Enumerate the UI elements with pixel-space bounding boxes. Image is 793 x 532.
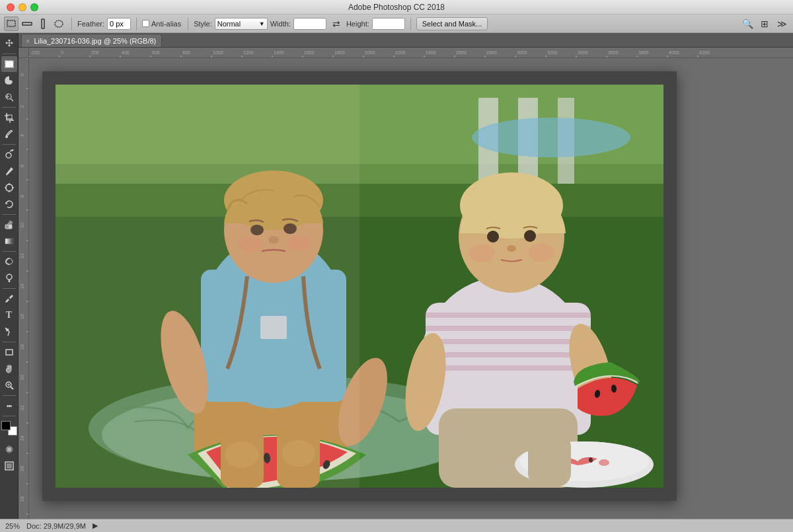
toolbar: Feather: Anti-alias Style: Normal ▼ Widt… — [0, 15, 793, 33]
window-title: Adobe Photoshop CC 2018 — [348, 3, 445, 12]
select-mask-button[interactable]: Select and Mask... — [416, 17, 488, 30]
svg-line-26 — [11, 387, 13, 389]
more-tools[interactable]: ••• — [1, 398, 17, 414]
svg-text:2600: 2600 — [456, 50, 467, 55]
tab-bar: × Lilia_230716-036.jpg @ 25% (RGB/8) — [19, 33, 793, 48]
row-select-btn[interactable] — [20, 17, 34, 31]
svg-text:14: 14 — [20, 284, 24, 289]
height-input[interactable] — [372, 18, 405, 30]
svg-text:3400: 3400 — [578, 50, 588, 55]
ruler-corner — [19, 48, 29, 58]
style-dropdown[interactable]: Normal ▼ — [215, 18, 268, 30]
status-bar: 25% Doc: 29,9M/29,9M ▶ — [0, 519, 793, 532]
svg-text:2000: 2000 — [365, 50, 375, 55]
svg-text:200: 200 — [91, 50, 99, 55]
document-tab[interactable]: × Lilia_230716-036.jpg @ 25% (RGB/8) — [21, 34, 162, 47]
search-btn[interactable]: 🔍 — [740, 17, 755, 31]
svg-text:1000: 1000 — [213, 50, 223, 55]
svg-rect-24 — [6, 350, 13, 355]
color-swatches[interactable] — [1, 421, 17, 436]
anti-alias-label: Anti-alias — [151, 20, 181, 28]
col-select-btn[interactable] — [36, 17, 50, 31]
svg-text:400: 400 — [122, 50, 130, 55]
svg-point-3 — [55, 20, 63, 27]
rect-marquee-btn[interactable] — [4, 17, 19, 31]
toolbox-sep-6 — [3, 288, 16, 289]
minimize-button[interactable] — [19, 3, 26, 11]
marquee-tool[interactable] — [1, 56, 17, 72]
toolbar-separator-4 — [410, 17, 411, 30]
zoom-level: 25% — [5, 522, 20, 530]
svg-rect-2 — [42, 19, 44, 28]
toolbar-separator-1 — [71, 17, 72, 30]
quick-select-tool[interactable] — [1, 89, 17, 105]
lasso-tool[interactable] — [1, 73, 17, 89]
status-arrow-icon[interactable]: ▶ — [93, 521, 98, 530]
svg-text:12: 12 — [20, 253, 24, 258]
svg-line-6 — [11, 98, 13, 101]
dodge-tool[interactable] — [1, 270, 17, 286]
svg-text:3800: 3800 — [638, 50, 649, 55]
svg-text:8: 8 — [20, 195, 24, 198]
content-row: 0 2 4 6 8 10 12 — [19, 58, 793, 519]
path-select-tool[interactable] — [1, 324, 17, 340]
height-section: Height: — [346, 18, 405, 30]
svg-rect-30 — [7, 447, 11, 451]
toolbar-separator-3 — [188, 17, 188, 30]
svg-point-22 — [8, 298, 10, 300]
toolbox-sep-7 — [3, 342, 16, 342]
svg-text:24: 24 — [20, 436, 24, 441]
width-input[interactable] — [293, 18, 326, 30]
hand-tool[interactable] — [1, 361, 17, 377]
foreground-color-swatch[interactable] — [1, 421, 11, 430]
swap-dimensions-btn[interactable]: ⇄ — [329, 17, 344, 31]
photo-canvas — [56, 85, 663, 488]
svg-rect-0 — [7, 20, 15, 26]
svg-text:3600: 3600 — [608, 50, 619, 55]
gradient-tool[interactable] — [1, 233, 17, 249]
anti-alias-checkbox[interactable] — [142, 20, 149, 27]
doc-info-label: Doc: 29,9M/29,9M — [26, 522, 86, 530]
pen-tool[interactable] — [1, 291, 17, 307]
eraser-tool[interactable] — [1, 217, 17, 233]
type-tool[interactable]: T — [1, 307, 17, 323]
svg-text:18: 18 — [20, 344, 24, 350]
svg-text:1600: 1600 — [304, 50, 315, 55]
workspace-btn[interactable]: ⊞ — [757, 17, 772, 31]
svg-rect-32 — [7, 463, 12, 469]
history-brush-tool[interactable] — [1, 196, 17, 212]
blur-tool[interactable] — [1, 254, 17, 270]
svg-text:28: 28 — [20, 496, 24, 502]
crop-tool[interactable] — [1, 110, 17, 126]
brush-tool[interactable] — [1, 163, 17, 179]
feather-input[interactable] — [107, 18, 131, 30]
anti-alias-section: Anti-alias — [142, 20, 182, 28]
svg-text:0: 0 — [61, 50, 63, 55]
eyedropper-tool[interactable] — [1, 126, 17, 142]
toolbox-sep-4 — [3, 214, 16, 215]
clone-tool[interactable] — [1, 180, 17, 196]
toolbar-separator-2 — [136, 17, 137, 30]
more-options-btn[interactable]: ≫ — [774, 17, 789, 31]
svg-point-20 — [7, 274, 12, 280]
edit-in-quick-mask[interactable] — [1, 441, 17, 457]
zoom-tool[interactable] — [1, 377, 17, 393]
tab-close-icon[interactable]: × — [26, 37, 30, 45]
svg-text:2: 2 — [20, 105, 24, 108]
ellipse-select-btn[interactable] — [52, 17, 66, 31]
close-button[interactable] — [7, 3, 15, 11]
height-label: Height: — [346, 20, 369, 28]
change-screen-mode[interactable] — [1, 458, 17, 474]
svg-rect-18 — [9, 225, 12, 229]
svg-text:4: 4 — [20, 134, 24, 137]
shape-tool[interactable] — [1, 344, 17, 360]
svg-text:2200: 2200 — [395, 50, 406, 55]
style-section: Style: Normal ▼ — [194, 18, 268, 30]
move-tool[interactable] — [1, 36, 17, 52]
canvas-scroll[interactable] — [29, 58, 793, 519]
feather-section: Feather: — [77, 18, 131, 30]
spot-heal-tool[interactable] — [1, 147, 17, 163]
svg-text:2800: 2800 — [486, 50, 497, 55]
toolbox-sep-1 — [3, 54, 16, 54]
maximize-button[interactable] — [30, 3, 38, 11]
